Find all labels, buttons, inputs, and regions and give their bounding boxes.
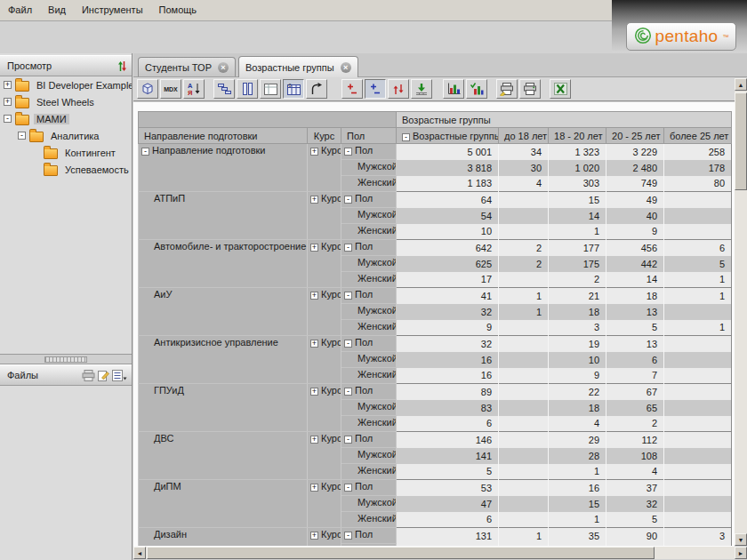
expand-icon[interactable]: + — [310, 436, 318, 444]
kurs-member-cell[interactable]: +Курс — [308, 528, 341, 547]
view-options-icon[interactable] — [112, 370, 127, 381]
direction-member-cell[interactable]: Антикризисное управление — [139, 336, 308, 384]
scroll-right-icon[interactable]: ► — [735, 547, 747, 559]
direction-member-cell[interactable]: АТПиП — [139, 192, 308, 240]
print-icon[interactable] — [82, 370, 95, 381]
panel-splitter[interactable] — [0, 354, 132, 364]
scroll-up-icon[interactable]: ▲ — [735, 78, 747, 91]
vertical-scroll-thumb[interactable] — [735, 92, 747, 190]
pol-member-cell[interactable]: -Пол — [341, 336, 397, 352]
menu-item-3[interactable]: Помощь — [151, 0, 205, 20]
male-member-cell[interactable]: Мужской — [341, 304, 397, 320]
female-member-cell[interactable]: Женский — [341, 368, 397, 384]
expand-icon[interactable]: + — [310, 292, 318, 300]
direction-member-cell[interactable]: Автомобиле- и тракторостроение — [139, 240, 308, 288]
expand-icon[interactable]: + — [310, 484, 318, 492]
tab-active[interactable]: Возрастные группы — [238, 56, 358, 77]
expand-icon[interactable]: + — [310, 196, 318, 204]
male-member-cell[interactable]: Мужской — [341, 208, 397, 224]
hide-spans-icon[interactable] — [237, 79, 258, 99]
edit-icon[interactable] — [98, 370, 109, 381]
close-tab-icon[interactable] — [341, 62, 351, 73]
female-member-cell[interactable]: Женский — [341, 272, 397, 288]
expand-icon[interactable]: + — [4, 98, 12, 106]
tree-item-label[interactable]: МАМИ — [34, 114, 69, 124]
direction-member-cell[interactable]: -Направление подготовки — [139, 144, 308, 192]
collapse-icon[interactable]: - — [4, 115, 12, 123]
horizontal-scrollbar[interactable]: ◄ ► — [133, 547, 747, 559]
pol-member-cell[interactable]: -Пол — [341, 288, 397, 304]
menu-item-1[interactable]: Вид — [40, 0, 74, 20]
direction-member-cell[interactable]: ДиПМ — [139, 480, 308, 528]
drill-member-icon[interactable] — [341, 79, 363, 99]
print-config-icon[interactable] — [496, 79, 518, 99]
kurs-member-cell[interactable]: +Курс — [308, 144, 341, 192]
vertical-scrollbar[interactable]: ▲ ▼ — [735, 78, 747, 546]
print-icon[interactable] — [519, 79, 541, 99]
male-member-cell[interactable]: Мужской — [341, 400, 397, 416]
female-member-cell[interactable]: Женский — [341, 176, 397, 192]
close-tab-icon[interactable] — [218, 62, 229, 73]
collapse-icon[interactable]: - — [141, 148, 149, 156]
female-member-cell[interactable]: Женский — [341, 416, 397, 432]
male-member-cell[interactable]: Мужской — [341, 160, 397, 176]
olap-navigator-icon[interactable] — [137, 79, 158, 99]
show-chart-icon[interactable] — [443, 79, 464, 99]
pol-member-cell[interactable]: -Пол — [341, 192, 397, 208]
swap-axes-icon[interactable] — [306, 79, 327, 99]
scroll-left-icon[interactable]: ◄ — [133, 547, 146, 559]
expand-icon[interactable]: + — [310, 340, 318, 348]
collapse-icon[interactable]: - — [344, 196, 352, 204]
tree-item-label[interactable]: Steel Wheels — [34, 97, 97, 108]
expand-icon[interactable]: + — [310, 148, 318, 156]
direction-member-cell[interactable]: ДВС — [139, 432, 308, 480]
collapse-icon[interactable]: - — [344, 532, 352, 540]
female-member-cell[interactable]: Женский — [341, 224, 397, 240]
collapse-icon[interactable]: - — [344, 340, 352, 348]
pol-member-cell[interactable]: -Пол — [341, 144, 397, 160]
collapse-icon[interactable]: - — [344, 388, 352, 396]
chart-config-icon[interactable] — [466, 79, 487, 99]
collapse-icon[interactable]: - — [18, 132, 26, 140]
pol-member-cell[interactable]: -Пол — [341, 432, 397, 448]
collapse-icon[interactable]: - — [344, 484, 352, 492]
direction-member-cell[interactable]: Дизайн — [139, 528, 308, 547]
kurs-member-cell[interactable]: +Курс — [308, 288, 341, 336]
kurs-member-cell[interactable]: +Курс — [308, 240, 341, 288]
show-properties-icon[interactable] — [260, 79, 281, 99]
horizontal-scroll-thumb[interactable] — [147, 547, 655, 559]
direction-member-cell[interactable]: ГПУиД — [139, 384, 308, 432]
drill-position-icon[interactable] — [365, 79, 386, 99]
male-member-cell[interactable]: Мужской — [341, 496, 397, 512]
expand-icon[interactable]: + — [310, 388, 318, 396]
male-member-cell[interactable]: Мужской — [341, 352, 397, 368]
pol-member-cell[interactable]: -Пол — [341, 240, 397, 256]
collapse-icon[interactable]: - — [344, 244, 352, 252]
pol-member-cell[interactable]: -Пол — [341, 384, 397, 400]
tree-item-label[interactable]: Успеваемость — [62, 164, 132, 175]
collapse-icon[interactable]: - — [402, 133, 410, 141]
collapse-icon[interactable]: - — [344, 148, 352, 156]
menu-item-0[interactable]: Файл — [0, 0, 40, 20]
direction-member-cell[interactable]: АиУ — [139, 288, 308, 336]
kurs-member-cell[interactable]: +Курс — [308, 192, 341, 240]
expand-icon[interactable]: + — [310, 532, 318, 540]
kurs-member-cell[interactable]: +Курс — [308, 432, 341, 480]
tab-inactive[interactable]: Студенты ТОР — [138, 57, 236, 76]
kurs-member-cell[interactable]: +Курс — [308, 384, 341, 432]
tree-item-label[interactable]: Аналитика — [48, 131, 101, 141]
suppress-empty-icon[interactable]: 0 — [283, 79, 304, 99]
expand-icon[interactable]: + — [4, 81, 12, 89]
scroll-down-icon[interactable]: ▼ — [735, 533, 747, 546]
female-member-cell[interactable]: Женский — [341, 512, 397, 528]
tree-item-label[interactable]: BI Developer Examples — [34, 80, 132, 91]
kurs-member-cell[interactable]: +Курс — [308, 480, 341, 528]
export-excel-icon[interactable] — [550, 79, 571, 99]
female-member-cell[interactable]: Женский — [341, 464, 397, 480]
refresh-repository-icon[interactable] — [117, 60, 127, 72]
splitter-grip-icon[interactable] — [44, 356, 87, 363]
pol-member-cell[interactable]: -Пол — [341, 480, 397, 496]
menu-item-2[interactable]: Инструменты — [74, 0, 151, 20]
show-parents-icon[interactable] — [213, 79, 235, 99]
expand-icon[interactable]: + — [310, 244, 318, 252]
